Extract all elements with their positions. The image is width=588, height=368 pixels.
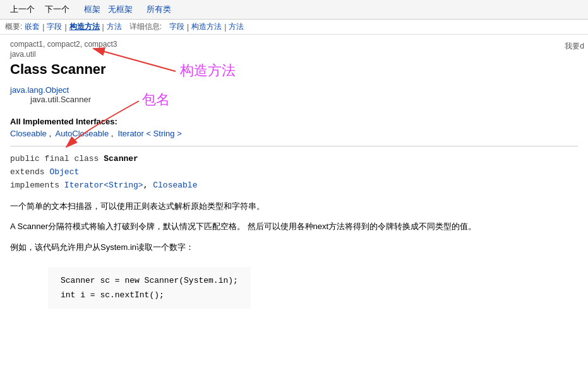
summary-constructor-link[interactable]: 构造方法 [69, 21, 100, 32]
iterator-string-link[interactable]: Iterator < String > [118, 129, 182, 138]
code-closeable-link[interactable]: Closeable [153, 181, 197, 190]
nav-separator-1 [77, 5, 81, 15]
code-example-line-1: Scanner sc = new Scanner(System.in); [61, 273, 238, 288]
frame-link[interactable]: 框架 [84, 4, 100, 15]
code-implements: implements [10, 181, 64, 190]
summary-label: 概要: [5, 21, 22, 32]
nav-separator-3 [135, 5, 144, 15]
next-button[interactable]: 下一个 [40, 3, 75, 16]
prev-button[interactable]: 上一个 [5, 3, 40, 16]
interface-sep-1: , [49, 129, 55, 138]
detail-field-link[interactable]: 字段 [169, 21, 184, 32]
code-line-2: extends Object [10, 166, 578, 179]
code-object-link[interactable]: Object [49, 167, 79, 177]
sep4: | [187, 23, 189, 32]
sep3: | [102, 23, 104, 32]
all-classes-link[interactable]: 所有类 [147, 4, 171, 15]
closeable-link[interactable]: Closeable [10, 129, 47, 138]
interfaces-label: All Implemented Interfaces: [10, 117, 117, 126]
right-action-button[interactable]: 我要d [561, 40, 588, 53]
summary-field-link[interactable]: 字段 [47, 21, 62, 32]
sep2: | [64, 23, 66, 32]
detail-constructor-link[interactable]: 构造方法 [191, 21, 222, 32]
detail-method-link[interactable]: 方法 [229, 21, 244, 32]
divider-1 [10, 146, 578, 146]
noframe-link[interactable]: 无框架 [108, 4, 133, 15]
class-declaration: public final class Scanner extends Objec… [10, 153, 578, 192]
inheritance-tree: java.lang.Object java.util.Scanner [10, 85, 578, 104]
code-keyword-1: public final class [10, 154, 104, 163]
code-example: Scanner sc = new Scanner(System.in); int… [48, 267, 251, 309]
detail-label: 详细信息: [129, 21, 162, 32]
class-title: Class Scanner [10, 61, 578, 78]
sep5: | [224, 23, 226, 32]
auto-closeable-link[interactable]: AutoCloseable [56, 129, 109, 138]
summary-nested-link[interactable]: 嵌套 [25, 21, 40, 32]
sep1: | [42, 23, 44, 32]
main-content: 我要d compact1, compact2, compact3 java.ut… [0, 35, 588, 320]
package-info: java.util [10, 50, 578, 59]
interfaces-section: All Implemented Interfaces: Closeable , … [10, 112, 578, 138]
parent-class-link[interactable]: java.lang.Object [10, 85, 578, 95]
top-nav: 上一个 下一个 框架 无框架 所有类 [0, 0, 588, 20]
interface-sep-2: , [111, 129, 118, 138]
code-classname: Scanner [104, 154, 138, 163]
child-class: java.util.Scanner [30, 95, 578, 104]
description-1: 一个简单的文本扫描器，可以使用正则表达式解析原始类型和字符串。 [10, 199, 578, 213]
code-line-3: implements Iterator<String>, Closeable [10, 179, 578, 193]
description-2: A Scanner分隔符模式将输入打破到令牌，默认情况下匹配空格。 然后可以使用… [10, 220, 578, 234]
description-3: 例如，该代码允许用户从System.in读取一个数字： [10, 240, 578, 254]
platform-info: compact1, compact2, compact3 [10, 40, 578, 49]
summary-method-link[interactable]: 方法 [107, 21, 122, 32]
summary-nav: 概要: 嵌套 | 字段 | 构造方法 | 方法 详细信息: 字段 | 构造方法 … [0, 20, 588, 35]
nav-separator-2 [103, 5, 105, 15]
code-iterator-link[interactable]: Iterator<String> [64, 181, 143, 190]
code-example-line-2: int i = sc.nextInt(); [61, 288, 238, 302]
interfaces-list: Closeable , AutoCloseable , Iterator < S… [10, 129, 578, 138]
code-comma: , [143, 181, 153, 190]
code-line-1: public final class Scanner [10, 153, 578, 166]
code-extends: extends [10, 167, 49, 177]
